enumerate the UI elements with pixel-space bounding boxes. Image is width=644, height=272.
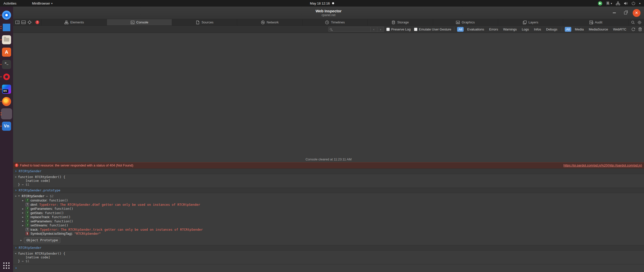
tab-sources[interactable]: Sources [172,19,237,25]
dock-to-side-icon[interactable] [15,20,20,24]
dock-item-webstorm[interactable]: WS [0,83,13,95]
power-icon[interactable] [630,0,637,7]
scope-all[interactable]: All [457,27,464,32]
scope-errors[interactable]: Errors [488,27,500,32]
disclosure-triangle-expanded-icon[interactable]: ▼ [18,195,20,197]
property-row[interactable]: ?track:TypeError: The RTCRtpSender.track… [22,227,642,232]
maximize-button[interactable] [622,9,629,17]
console-input-row[interactable]: ›RTCRtpSender [13,168,644,174]
system-tray[interactable]: 英 ▾ ▾ [596,0,644,7]
window-titlebar[interactable]: Web Inspector cpanel.net ✕ [13,7,644,19]
network-icon[interactable] [615,0,621,7]
dock-item-vscode[interactable] [0,21,13,33]
property-string: "RTCRtpSender" [74,232,101,235]
console-object-row[interactable]: ◀▼RTCRtpSender = $2▶fconstructor:functio… [13,193,644,245]
property-row[interactable]: ▶fconstructor:function() [22,198,642,203]
tab-layers[interactable]: Layers [498,19,563,25]
dock-item-terminal[interactable]: >_ [0,58,13,71]
scope-all[interactable]: All [565,27,571,32]
error-icon: ! [15,163,18,167]
minimize-button[interactable] [611,9,618,17]
disclosure-triangle-icon[interactable]: ▶ [20,239,22,242]
object-prototype-row[interactable]: ▶Object Prototype [20,237,642,243]
dock-item-chromium[interactable] [0,9,13,21]
find-next-button[interactable]: › [377,27,384,32]
console-icon [131,20,135,24]
refresh-icon[interactable] [631,27,635,31]
property-row[interactable]: ▶fsetStreams:function() [22,223,642,228]
console-prompt-row[interactable]: › [13,264,644,272]
tab-audit[interactable]: Audit [563,19,628,25]
tab-timelines[interactable]: Timelines [302,19,367,25]
scope-media[interactable]: Media [573,27,585,32]
tray-chevron[interactable]: ▾ [638,0,642,7]
disclosure-triangle-icon[interactable]: ▶ [22,216,24,218]
dock-item-firefox[interactable] [0,95,13,108]
dock-item-ubuntu-software[interactable]: A [0,46,13,58]
volume-icon[interactable] [622,0,629,7]
error-source-link[interactable]: https://pi.pardot.com/pd.js%20(http://pa… [564,163,642,167]
scope-logs[interactable]: Logs [520,27,530,32]
object-header[interactable]: ◀▼RTCRtpSender = $2 [15,194,642,198]
property-row[interactable]: ▶freplaceTrack:function() [22,215,642,219]
scope-infos[interactable]: Infos [533,27,543,32]
firefox-icon [2,97,11,106]
activities-button[interactable]: Activities [1,0,19,7]
scope-debugs[interactable]: Debugs [545,27,559,32]
tab-graphics[interactable]: Graphics [433,19,498,25]
disclosure-triangle-icon[interactable]: ▶ [22,208,24,210]
property-row[interactable]: ?dtmf:TypeError: The RTCRtpSender.dtmf g… [22,202,642,207]
property-row[interactable]: ▶fgetStats:function() [22,211,642,215]
console-input-row[interactable]: ›RTCRtpSender.prototype [13,188,644,193]
dock-item-vnc[interactable]: Vn [0,120,13,132]
dock-item-minibrowser-active[interactable] [0,108,13,120]
object-prototype-pill[interactable]: Object Prototype [24,237,60,243]
scope-mediasource[interactable]: MediaSource [587,27,610,32]
running-indicator [1,76,2,77]
disclosure-triangle-icon[interactable]: ▶ [22,220,24,222]
search-input[interactable] [332,27,367,31]
dock-item-files[interactable] [0,33,13,46]
scope-warnings[interactable]: Warnings [502,27,518,32]
tab-console[interactable]: Console [107,19,172,25]
inspect-element-icon[interactable] [27,20,32,24]
tab-storage[interactable]: Storage [368,19,433,25]
dock-item-opera[interactable] [0,71,13,83]
function-badge-icon: f [26,207,29,210]
trash-icon[interactable] [638,27,642,31]
property-name: dtmf: [30,203,38,207]
gear-icon[interactable] [637,20,641,24]
checkbox-emulate-user-gesture[interactable]: Emulate User Gesture [414,27,451,31]
search-field[interactable] [328,27,371,32]
scope-webrtc[interactable]: WebRTC [612,27,628,32]
app-menu[interactable]: MiniBrowser ▾ [29,0,55,7]
tab-network[interactable]: Network [237,19,302,25]
dock-to-bottom-icon[interactable] [21,20,26,24]
telegram-icon[interactable] [596,0,604,7]
console-result-row[interactable]: ◀function RTCRtpSender() { [native code]… [13,174,644,188]
console-result-row[interactable]: ◀function RTCRtpSender() { [native code]… [13,251,644,264]
close-button[interactable]: ✕ [633,9,640,17]
tab-elements[interactable]: Elements [42,19,107,25]
disclosure-triangle-icon[interactable]: ▶ [22,199,24,202]
property-row[interactable]: ▶fgetParameters:function() [22,207,642,211]
clock[interactable]: May 18 12:16 [310,2,334,5]
app-grid-button[interactable] [3,262,10,269]
error-count-badge[interactable]: ! [35,20,39,24]
property-row[interactable]: ▶fsetParameters:function() [22,219,642,223]
separator [454,27,454,31]
disclosure-triangle-icon[interactable]: ▶ [22,212,24,214]
checkbox-preserve-log[interactable]: Preserve Log [386,27,411,31]
console-input-row[interactable]: ›RTCRtpSender [13,245,644,251]
storage-icon [391,20,395,24]
console-log[interactable]: Console cleared at 11:23:11 AM ! Failed … [13,33,644,272]
disclosure-triangle-icon[interactable]: ▶ [22,224,24,227]
property-row[interactable]: SSymbol(Symbol.toStringTag):"RTCRtpSende… [22,232,642,236]
find-previous-button[interactable]: ‹ [371,27,377,32]
scope-evaluations[interactable]: Evaluations [466,27,486,32]
search-icon[interactable] [631,20,635,24]
opera-icon [2,72,11,81]
console-error-row[interactable]: ! Failed to load resource: the server re… [13,162,644,168]
console-search: ‹ › [328,27,384,32]
input-method-indicator[interactable]: 英 ▾ [605,0,614,7]
